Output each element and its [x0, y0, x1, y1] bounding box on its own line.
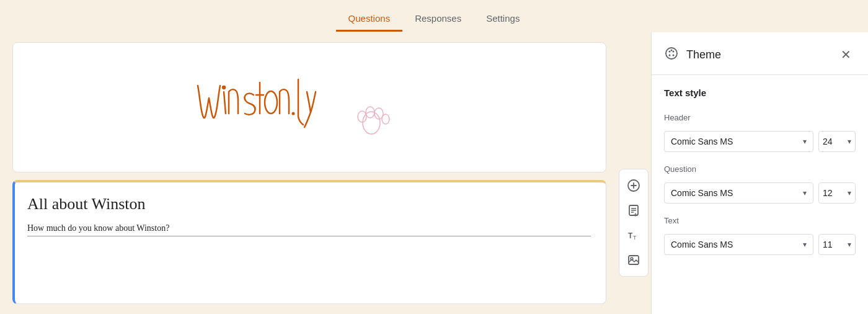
text-style-row: Comic Sans MS ▾ 11 ▾ — [664, 234, 856, 255]
text-style-label: Text — [664, 216, 856, 225]
top-navigation: Questions Responses Settings — [0, 0, 868, 32]
text-font-select[interactable]: Comic Sans MS ▾ — [664, 234, 813, 255]
header-size-value: 24 — [823, 137, 833, 146]
question-style-label: Question — [664, 164, 856, 174]
question-style-row: Comic Sans MS ▾ 12 ▾ — [664, 182, 856, 204]
main-layout: All about Winston How much do you know a… — [0, 32, 868, 314]
header-size-chevron-icon: ▾ — [848, 137, 851, 146]
svg-point-1 — [265, 91, 277, 114]
question-subtitle: How much do you know about Winston? — [27, 223, 591, 236]
add-title-button[interactable]: T T — [622, 224, 645, 246]
question-size-select[interactable]: 12 ▾ — [818, 182, 856, 204]
question-font-chevron-icon: ▾ — [803, 189, 807, 197]
svg-point-3 — [363, 112, 380, 134]
svg-point-0 — [223, 86, 225, 89]
svg-point-2 — [292, 112, 295, 115]
question-font-value: Comic Sans MS — [671, 188, 733, 198]
question-title: All about Winston — [27, 195, 591, 213]
palette-icon — [664, 46, 679, 63]
text-size-value: 11 — [823, 240, 833, 249]
svg-text:T: T — [628, 231, 633, 240]
text-size-chevron-icon: ▾ — [848, 240, 851, 249]
header-style-label: Header — [664, 113, 856, 122]
add-question-button[interactable] — [622, 174, 645, 197]
header-font-select[interactable]: Comic Sans MS ▾ — [664, 131, 813, 152]
svg-point-20 — [669, 51, 671, 53]
content-area: All about Winston How much do you know a… — [0, 32, 619, 314]
question-font-select[interactable]: Comic Sans MS ▾ — [664, 182, 813, 204]
close-theme-panel-button[interactable]: ✕ — [836, 45, 856, 65]
question-card[interactable]: All about Winston How much do you know a… — [12, 180, 606, 304]
text-font-chevron-icon: ▾ — [803, 240, 807, 249]
svg-point-24 — [671, 50, 673, 52]
theme-panel-title: Theme — [686, 48, 721, 61]
question-style-section: Question Comic Sans MS ▾ 12 ▾ — [664, 164, 856, 204]
svg-point-7 — [382, 114, 389, 124]
add-image-button[interactable] — [622, 249, 645, 271]
text-size-select[interactable]: 11 ▾ — [818, 234, 856, 255]
theme-header-left: Theme — [664, 46, 721, 63]
import-questions-button[interactable] — [622, 199, 645, 222]
theme-panel-header: Theme ✕ — [652, 32, 868, 75]
header-style-section: Header Comic Sans MS ▾ 24 ▾ — [664, 113, 856, 152]
svg-point-23 — [673, 55, 675, 56]
question-size-chevron-icon: ▾ — [848, 189, 851, 197]
text-style-heading: Text style — [664, 87, 856, 98]
svg-point-21 — [673, 51, 675, 53]
floating-action-bar: T T — [619, 169, 649, 277]
svg-rect-17 — [629, 256, 639, 264]
tab-settings[interactable]: Settings — [474, 7, 532, 32]
text-style-section: Text Comic Sans MS ▾ 11 ▾ — [664, 216, 856, 255]
text-font-value: Comic Sans MS — [671, 240, 733, 249]
header-style-row: Comic Sans MS ▾ 24 ▾ — [664, 131, 856, 152]
logo-svg — [179, 58, 440, 157]
theme-body: Text style Header Comic Sans MS ▾ 24 ▾ — [652, 75, 868, 267]
header-font-chevron-icon: ▾ — [803, 137, 807, 146]
question-size-value: 12 — [823, 188, 833, 198]
svg-point-4 — [358, 111, 366, 122]
tab-responses[interactable]: Responses — [402, 7, 474, 32]
svg-text:T: T — [633, 235, 637, 241]
header-font-value: Comic Sans MS — [671, 137, 733, 146]
theme-panel: Theme ✕ Text style Header Comic Sans MS … — [651, 32, 868, 314]
svg-point-22 — [669, 55, 671, 56]
header-card[interactable] — [12, 42, 606, 173]
tab-questions[interactable]: Questions — [336, 7, 403, 32]
header-size-select[interactable]: 24 ▾ — [818, 131, 856, 152]
